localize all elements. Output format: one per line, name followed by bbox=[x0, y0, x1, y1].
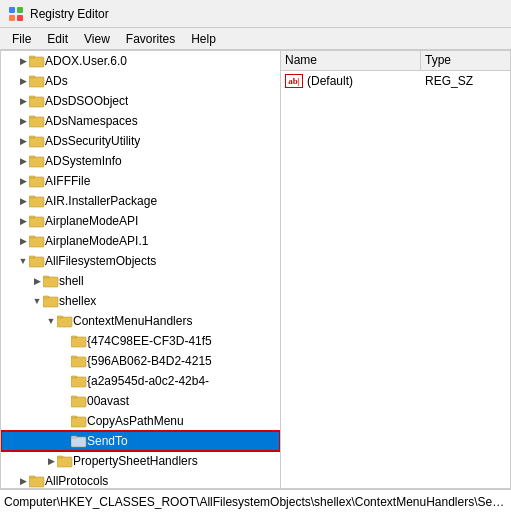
tree-item[interactable]: ▼ shellex bbox=[1, 291, 280, 311]
svg-rect-40 bbox=[71, 417, 86, 427]
tree-item[interactable]: {a2a9545d-a0c2-42b4- bbox=[1, 371, 280, 391]
tree-item[interactable]: ▶ ADsSecurityUtility bbox=[1, 131, 280, 151]
tree-item-label: {a2a9545d-a0c2-42b4- bbox=[87, 374, 209, 388]
tree-item[interactable]: ▶ ADsDSOObject bbox=[1, 91, 280, 111]
reg-type: REG_SZ bbox=[421, 72, 477, 90]
status-bar: Computer\HKEY_CLASSES_ROOT\AllFilesystem… bbox=[0, 489, 511, 513]
collapse-icon[interactable]: ▼ bbox=[45, 315, 57, 327]
tree-item-label: shell bbox=[59, 274, 84, 288]
svg-rect-21 bbox=[29, 216, 35, 218]
tree-item[interactable]: ▶ PropertySheetHandlers bbox=[1, 451, 280, 471]
tree-item[interactable]: ▶ ADs bbox=[1, 71, 280, 91]
svg-rect-13 bbox=[29, 136, 35, 138]
svg-rect-34 bbox=[71, 357, 86, 367]
svg-rect-37 bbox=[71, 376, 77, 378]
expand-icon[interactable]: ▶ bbox=[17, 235, 29, 247]
expand-icon[interactable]: ▶ bbox=[17, 175, 29, 187]
svg-rect-7 bbox=[29, 76, 35, 78]
reg-name-text: (Default) bbox=[307, 74, 353, 88]
svg-rect-3 bbox=[17, 15, 23, 21]
tree-item-label: ADsSecurityUtility bbox=[45, 134, 140, 148]
svg-rect-30 bbox=[57, 317, 72, 327]
title-bar: Registry Editor bbox=[0, 0, 511, 28]
svg-rect-24 bbox=[29, 257, 44, 267]
no-expand-icon bbox=[59, 435, 71, 447]
collapse-icon[interactable]: ▼ bbox=[31, 295, 43, 307]
tree-item[interactable]: SendTo bbox=[1, 431, 280, 451]
tree-item[interactable]: ▼ ContextMenuHandlers bbox=[1, 311, 280, 331]
app-icon bbox=[8, 6, 24, 22]
collapse-icon[interactable]: ▼ bbox=[17, 255, 29, 267]
svg-rect-36 bbox=[71, 377, 86, 387]
tree-item[interactable]: ▶ AIR.InstallerPackage bbox=[1, 191, 280, 211]
col-header-name: Name bbox=[281, 51, 421, 70]
svg-rect-10 bbox=[29, 117, 44, 127]
reg-value-icon: ab| bbox=[285, 74, 303, 88]
expand-icon[interactable]: ▶ bbox=[17, 475, 29, 487]
svg-rect-27 bbox=[43, 276, 49, 278]
tree-item[interactable]: ▶ ADOX.User.6.0 bbox=[1, 51, 280, 71]
svg-rect-20 bbox=[29, 217, 44, 227]
status-text: Computer\HKEY_CLASSES_ROOT\AllFilesystem… bbox=[4, 495, 507, 509]
tree-item[interactable]: ▶ AllProtocols bbox=[1, 471, 280, 488]
expand-icon[interactable]: ▶ bbox=[17, 215, 29, 227]
svg-rect-25 bbox=[29, 256, 35, 258]
svg-rect-41 bbox=[71, 416, 77, 418]
expand-icon[interactable]: ▶ bbox=[17, 135, 29, 147]
svg-rect-5 bbox=[29, 56, 35, 58]
tree-item[interactable]: ▶ AirplaneModeAPI bbox=[1, 211, 280, 231]
svg-rect-0 bbox=[9, 7, 15, 13]
tree-item[interactable]: ▶ ADSystemInfo bbox=[1, 151, 280, 171]
svg-rect-23 bbox=[29, 236, 35, 238]
tree-item[interactable]: {596AB062-B4D2-4215 bbox=[1, 351, 280, 371]
tree-item-label: AIFFFile bbox=[45, 174, 90, 188]
main-content: ▶ ADOX.User.6.0 ▶ ADs ▶ ADsDSOObject ▶ A… bbox=[0, 50, 511, 489]
svg-rect-6 bbox=[29, 77, 44, 87]
svg-rect-38 bbox=[71, 397, 86, 407]
svg-rect-15 bbox=[29, 156, 35, 158]
tree-item[interactable]: ▼ AllFilesystemObjects bbox=[1, 251, 280, 271]
menu-view[interactable]: View bbox=[76, 30, 118, 48]
expand-icon[interactable]: ▶ bbox=[17, 55, 29, 67]
menu-file[interactable]: File bbox=[4, 30, 39, 48]
tree-item[interactable]: ▶ AirplaneModeAPI.1 bbox=[1, 231, 280, 251]
tree-item[interactable]: ▶ AIFFFile bbox=[1, 171, 280, 191]
no-expand-icon bbox=[59, 355, 71, 367]
expand-icon[interactable]: ▶ bbox=[45, 455, 57, 467]
expand-icon[interactable]: ▶ bbox=[17, 195, 29, 207]
tree-item[interactable]: CopyAsPathMenu bbox=[1, 411, 280, 431]
svg-rect-19 bbox=[29, 196, 35, 198]
tree-item-label: {596AB062-B4D2-4215 bbox=[87, 354, 212, 368]
tree-item-label: shellex bbox=[59, 294, 96, 308]
svg-rect-18 bbox=[29, 197, 44, 207]
no-expand-icon bbox=[59, 375, 71, 387]
svg-rect-14 bbox=[29, 157, 44, 167]
tree-item-label: ContextMenuHandlers bbox=[73, 314, 192, 328]
tree-item-label: AIR.InstallerPackage bbox=[45, 194, 157, 208]
tree-item[interactable]: ▶ shell bbox=[1, 271, 280, 291]
tree-item-label: SendTo bbox=[87, 434, 128, 448]
menu-favorites[interactable]: Favorites bbox=[118, 30, 183, 48]
menu-edit[interactable]: Edit bbox=[39, 30, 76, 48]
svg-rect-1 bbox=[17, 7, 23, 13]
expand-icon[interactable]: ▶ bbox=[17, 95, 29, 107]
expand-icon[interactable]: ▶ bbox=[17, 115, 29, 127]
svg-rect-39 bbox=[71, 396, 77, 398]
svg-rect-28 bbox=[43, 297, 58, 307]
tree-item[interactable]: ▶ ADsNamespaces bbox=[1, 111, 280, 131]
tree-item[interactable]: {474C98EE-CF3D-41f5 bbox=[1, 331, 280, 351]
tree-item-label: AirplaneModeAPI.1 bbox=[45, 234, 148, 248]
svg-rect-2 bbox=[9, 15, 15, 21]
tree-item-label: ADsNamespaces bbox=[45, 114, 138, 128]
svg-rect-45 bbox=[57, 456, 63, 458]
table-row[interactable]: ab| (Default) REG_SZ bbox=[281, 71, 510, 91]
expand-icon[interactable]: ▶ bbox=[31, 275, 43, 287]
expand-icon[interactable]: ▶ bbox=[17, 75, 29, 87]
svg-rect-16 bbox=[29, 177, 44, 187]
tree-pane[interactable]: ▶ ADOX.User.6.0 ▶ ADs ▶ ADsDSOObject ▶ A… bbox=[1, 51, 281, 488]
expand-icon[interactable]: ▶ bbox=[17, 155, 29, 167]
menu-help[interactable]: Help bbox=[183, 30, 224, 48]
svg-rect-46 bbox=[29, 477, 44, 487]
no-expand-icon bbox=[59, 415, 71, 427]
tree-item[interactable]: 00avast bbox=[1, 391, 280, 411]
